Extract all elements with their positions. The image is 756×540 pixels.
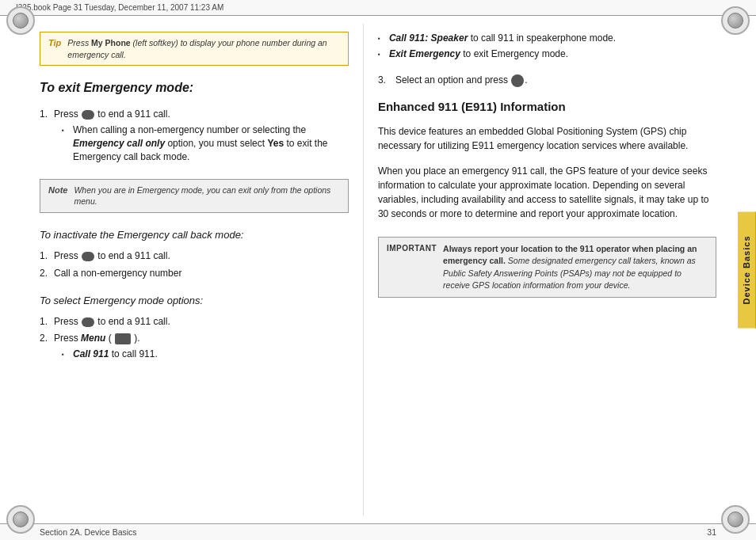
- emergency-call-only: Emergency call only: [73, 138, 165, 149]
- phone-icon-3: [82, 318, 94, 327]
- right-step-3-text: Select an option and press .: [395, 74, 528, 86]
- left-column: Tip Press My Phone Press My Phone (left …: [0, 24, 363, 515]
- options-step-2: 2. Press Menu ( ). Call 911 to call 911.: [40, 332, 349, 361]
- corner-decoration-br: [721, 505, 750, 534]
- note-box: Note When you are in Emergency mode, you…: [40, 179, 349, 213]
- exit-emergency: Exit Emergency: [389, 48, 460, 59]
- inactivate-step-1: 1. Press to end a 911 call.: [40, 249, 349, 263]
- right-para-1: This device features an embedded Global …: [378, 124, 716, 153]
- section-heading-exit: To exit Emergency mode:: [40, 80, 349, 97]
- main-content: Tip Press My Phone Press My Phone (left …: [0, 16, 756, 523]
- inactivate-step-2-text: Call a non-emergency number: [54, 268, 181, 279]
- note-text: When you are in Emergency mode, you can …: [74, 184, 339, 207]
- options-step-2-text: Press Menu ( ).: [54, 333, 140, 344]
- header-text: I325.book Page 31 Tuesday, December 11, …: [16, 3, 223, 12]
- footer-bar: Section 2A. Device Basics 31: [0, 523, 756, 540]
- corner-decoration-bl: [6, 505, 35, 534]
- exit-step-1: 1. Press to end a 911 call. When calling…: [40, 108, 349, 165]
- right-step-3: 3. Select an option and press .: [378, 74, 716, 87]
- important-label: IMPORTANT: [387, 243, 437, 253]
- enhanced-911-heading: Enhanced 911 (E911) Information: [378, 100, 716, 113]
- note-label: Note: [48, 184, 67, 195]
- corner-decoration-tl: [6, 6, 35, 35]
- ok-icon: [511, 74, 524, 87]
- tip-label: Tip: [48, 37, 61, 48]
- exit-sub-bullets: When calling a non-emergency number or s…: [62, 124, 349, 165]
- right-bullet-exit: Exit Emergency to exit Emergency mode.: [378, 48, 716, 61]
- menu-text: Menu: [81, 333, 105, 344]
- right-column: Call 911: Speaker to call 911 in speaker…: [363, 24, 756, 515]
- important-box: IMPORTANT Always report your location to…: [378, 237, 716, 298]
- right-bullet-speaker: Call 911: Speaker to call 911 in speaker…: [378, 32, 716, 45]
- call-911-label: Call 911: [73, 348, 109, 359]
- side-tab: Device Basics: [738, 212, 756, 329]
- corner-inner-tr: [727, 13, 743, 29]
- sub-heading-inactivate: To inactivate the Emergency call back mo…: [40, 229, 349, 241]
- inactivate-steps-list: 1. Press to end a 911 call. 2. Call a no…: [40, 249, 349, 283]
- options-sub-bullets: Call 911 to call 911.: [62, 348, 349, 361]
- exit-step-1-text: Press to end a 911 call.: [54, 108, 170, 120]
- exit-steps-list: 1. Press to end a 911 call. When calling…: [40, 108, 349, 168]
- menu-icon: [115, 333, 131, 344]
- exit-sub-bullet-1: When calling a non-emergency number or s…: [62, 124, 349, 165]
- header-bar: I325.book Page 31 Tuesday, December 11, …: [0, 0, 756, 16]
- important-text: Always report your location to the 911 o…: [443, 243, 708, 291]
- options-steps-list: 1. Press to end a 911 call. 2. Press Men…: [40, 315, 349, 364]
- options-bullet-call911: Call 911 to call 911.: [62, 348, 349, 361]
- right-steps: 3. Select an option and press .: [378, 74, 716, 90]
- corner-inner-tl: [13, 13, 29, 29]
- sub-heading-options: To select Emergency mode options:: [40, 295, 349, 306]
- tip-my-phone: My Phone: [91, 38, 131, 48]
- inactivate-step-2: 2. Call a non-emergency number: [40, 267, 349, 280]
- tip-box: Tip Press My Phone Press My Phone (left …: [40, 32, 349, 66]
- footer-right: 31: [707, 527, 716, 537]
- right-bullets: Call 911: Speaker to call 911 in speaker…: [378, 32, 716, 64]
- page-container: Device Basics I325.book Page 31 Tuesday,…: [0, 0, 756, 540]
- yes-text: Yes: [267, 138, 284, 149]
- tip-text: Press My Phone Press My Phone (left soft…: [67, 37, 340, 60]
- inactivate-step-1-text: Press to end a 911 call.: [54, 250, 170, 261]
- call-911-speaker: Call 911: Speaker: [389, 32, 468, 44]
- corner-inner-br: [727, 511, 743, 527]
- phone-icon-1: [82, 110, 94, 120]
- options-step-1: 1. Press to end a 911 call.: [40, 315, 349, 329]
- corner-inner-bl: [13, 511, 29, 527]
- corner-decoration-tr: [721, 6, 750, 35]
- right-para-2: When you place an emergency 911 call, th…: [378, 164, 716, 221]
- footer-left: Section 2A. Device Basics: [40, 527, 137, 537]
- phone-icon-2: [82, 252, 94, 261]
- options-step-1-text: Press to end a 911 call.: [54, 316, 170, 327]
